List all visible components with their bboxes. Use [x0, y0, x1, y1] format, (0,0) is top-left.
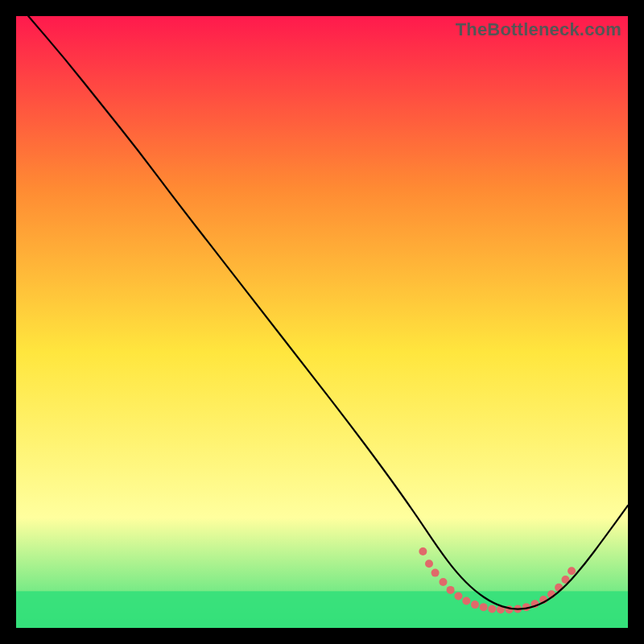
- gradient-background: [16, 16, 628, 628]
- bottleneck-chart: [16, 16, 628, 628]
- dot: [488, 605, 496, 613]
- optimal-green-band: [16, 591, 628, 628]
- dot: [425, 559, 433, 568]
- dot: [471, 601, 479, 609]
- dot: [454, 592, 462, 600]
- dot: [431, 569, 440, 577]
- dot: [419, 547, 427, 555]
- dot: [568, 567, 576, 575]
- dot: [439, 578, 447, 586]
- dot: [447, 586, 455, 594]
- dot: [480, 603, 488, 611]
- chart-frame: TheBottleneck.com: [16, 16, 628, 628]
- watermark-text: TheBottleneck.com: [456, 19, 621, 40]
- dot: [462, 597, 470, 605]
